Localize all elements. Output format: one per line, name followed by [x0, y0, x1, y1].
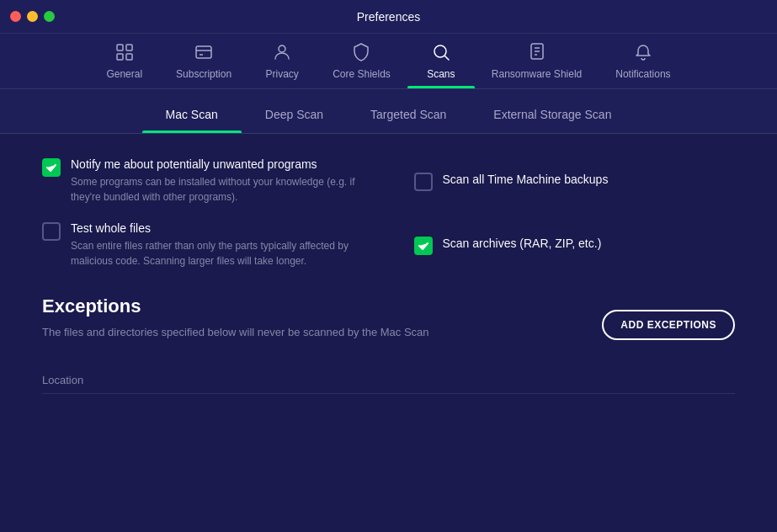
nav-label-subscription: Subscription — [176, 68, 232, 80]
nav-label-ransomware-shield: Ransomware Shield — [492, 68, 582, 80]
option-scan-archives: Scan archives (RAR, ZIP, etc.) — [414, 221, 736, 269]
svg-point-8 — [434, 45, 446, 57]
checkbox-notify-pup[interactable] — [42, 158, 61, 177]
exceptions-title: Exceptions — [42, 295, 429, 317]
checkbox-scan-archives[interactable] — [414, 237, 433, 255]
minimize-button[interactable] — [27, 11, 38, 22]
maximize-button[interactable] — [44, 11, 55, 22]
svg-rect-2 — [117, 54, 123, 60]
nav-item-core-shields[interactable]: Core Shields — [316, 34, 407, 88]
privacy-icon — [270, 40, 294, 64]
general-icon — [113, 40, 136, 64]
window-controls — [10, 11, 55, 22]
nav-item-subscription[interactable]: Subscription — [159, 34, 248, 88]
core-shields-icon — [349, 40, 373, 64]
close-button[interactable] — [10, 11, 21, 22]
notifications-icon — [631, 40, 655, 64]
location-column-header: Location — [42, 367, 735, 394]
option-notify-pup: Notify me about potentially unwanted pro… — [42, 157, 364, 205]
option-scan-time-machine: Scan all Time Machine backups — [414, 157, 736, 205]
checkbox-scan-time-machine[interactable] — [414, 173, 433, 191]
nav-label-scans: Scans — [427, 68, 455, 80]
option-test-whole-files-desc: Scan entire files rather than only the p… — [71, 238, 364, 269]
nav-item-scans[interactable]: Scans — [407, 34, 475, 88]
nav-label-privacy: Privacy — [265, 68, 298, 80]
svg-line-9 — [444, 56, 449, 61]
option-scan-archives-label: Scan archives (RAR, ZIP, etc.) — [443, 237, 736, 250]
svg-rect-4 — [196, 46, 211, 58]
option-scan-time-machine-label: Scan all Time Machine backups — [443, 173, 736, 186]
option-test-whole-files-label: Test whole files — [71, 221, 364, 235]
nav-item-privacy[interactable]: Privacy — [248, 34, 316, 88]
ransomware-shield-icon — [525, 40, 549, 64]
svg-rect-0 — [117, 45, 123, 51]
nav-item-notifications[interactable]: Notifications — [599, 34, 687, 88]
checkbox-test-whole-files[interactable] — [42, 222, 61, 241]
svg-rect-1 — [126, 45, 132, 51]
nav-label-notifications: Notifications — [615, 68, 670, 80]
navbar: General Subscription Privacy Core Shield… — [0, 34, 777, 89]
window-title: Preferences — [357, 10, 420, 24]
subtab-targeted-scan[interactable]: Targeted Scan — [347, 99, 470, 133]
exceptions-header: Exceptions The files and directories spe… — [42, 295, 735, 354]
option-test-whole-files: Test whole files Scan entire files rathe… — [42, 221, 364, 269]
svg-point-7 — [279, 45, 285, 52]
nav-label-general: General — [106, 68, 142, 80]
subtab-mac-scan[interactable]: Mac Scan — [142, 99, 242, 133]
nav-item-ransomware-shield[interactable]: Ransomware Shield — [475, 34, 599, 88]
exceptions-desc: The files and directories specified belo… — [42, 326, 429, 338]
subtab-external-storage-scan[interactable]: External Storage Scan — [470, 99, 635, 133]
subscription-icon — [192, 40, 216, 64]
option-notify-pup-desc: Some programs can be installed without y… — [71, 174, 364, 205]
subtab-deep-scan[interactable]: Deep Scan — [242, 99, 347, 133]
subtabs: Mac Scan Deep Scan Targeted Scan Externa… — [0, 89, 777, 134]
options-grid: Notify me about potentially unwanted pro… — [42, 157, 735, 269]
svg-rect-3 — [126, 54, 132, 60]
option-notify-pup-label: Notify me about potentially unwanted pro… — [71, 157, 364, 171]
titlebar: Preferences — [0, 0, 777, 34]
nav-item-general[interactable]: General — [89, 34, 159, 88]
add-exceptions-button[interactable]: ADD EXCEPTIONS — [602, 310, 735, 340]
nav-label-core-shields: Core Shields — [333, 68, 391, 80]
scans-icon — [429, 40, 453, 64]
main-content: Notify me about potentially unwanted pro… — [0, 134, 777, 411]
